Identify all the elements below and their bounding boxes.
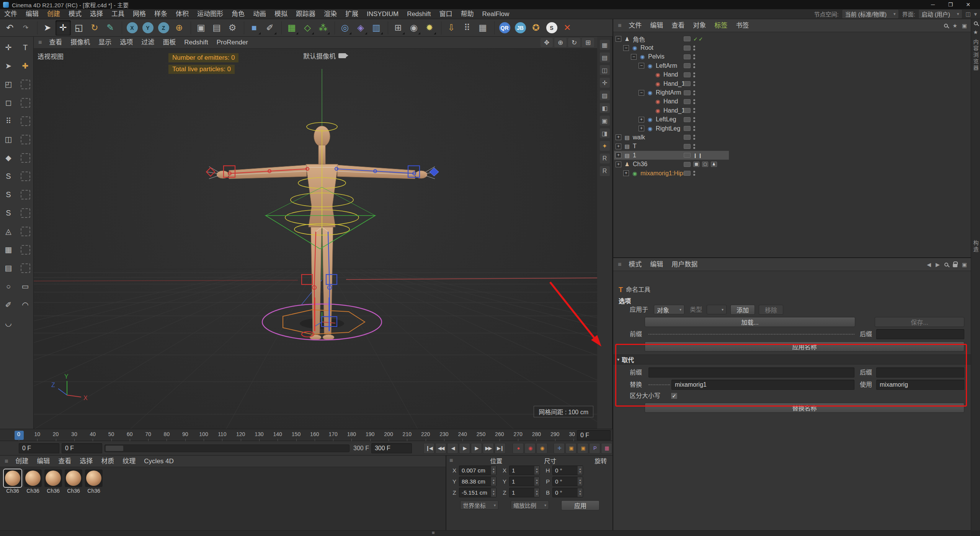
menubar-item-选择[interactable]: 选择 — [86, 9, 107, 19]
menubar-item-渲染[interactable]: 渲染 — [320, 9, 341, 19]
tree-item-角色[interactable]: −♟角色✓✓ — [613, 34, 971, 43]
tree-item-Ch36[interactable]: +♟Ch36▩▢♟ — [613, 160, 971, 168]
render-picture-button[interactable]: ▤ — [209, 20, 224, 36]
apply-name-button[interactable]: 应用名称 — [645, 342, 964, 351]
tree-expander[interactable]: − — [616, 36, 621, 42]
palette-icon-10[interactable]: R — [600, 166, 610, 176]
left-tool-icon[interactable]: S — [1, 205, 16, 221]
visibility-dots[interactable] — [693, 81, 695, 86]
visibility-dots[interactable] — [693, 54, 695, 59]
tree-item-Hand[interactable]: ◉Hand — [613, 70, 971, 79]
menubar-item-体积[interactable]: 体积 — [172, 9, 193, 19]
menubar-item-帮助[interactable]: 帮助 — [457, 9, 478, 19]
texture-tag-icon[interactable]: ▢ — [702, 162, 708, 167]
layout-list-icon[interactable]: ▾ — [974, 11, 977, 18]
menubar-item-角色[interactable]: 角色 — [227, 9, 249, 19]
key-scale-toggle[interactable]: ▣ — [565, 443, 577, 454]
navigator-plugin-button[interactable]: ✪ — [528, 20, 544, 36]
palette-icon-3[interactable]: ✛ — [600, 78, 610, 88]
save-button[interactable]: 保存... — [875, 317, 964, 327]
play-button[interactable]: ▶ — [459, 443, 470, 454]
menubar-item-模式[interactable]: 模式 — [64, 9, 86, 19]
left-tool-icon[interactable]: ✚ — [18, 58, 33, 74]
value-spinner[interactable] — [534, 488, 539, 497]
bake-button[interactable]: ⇩ — [444, 20, 459, 36]
coordinate-input-旋转-H[interactable]: 0 ° — [552, 466, 583, 475]
left-tool-icon[interactable] — [18, 77, 33, 92]
panel-split-icon[interactable]: ▣ — [962, 261, 967, 268]
redo-button[interactable]: ↷ — [18, 20, 33, 36]
spline-pen-button[interactable]: ✐ — [262, 20, 278, 36]
left-tool-icon[interactable] — [18, 168, 33, 184]
light-button[interactable]: ✹ — [422, 20, 437, 36]
deformer-button[interactable]: ▥ — [369, 20, 384, 36]
material-menu-Cycles 4D[interactable]: Cycles 4D — [140, 456, 178, 466]
tree-expander[interactable]: − — [631, 54, 637, 60]
bookmark-star-icon[interactable]: ★ — [952, 23, 957, 29]
viewport-menu-面板[interactable]: 面板 — [158, 38, 180, 47]
primitive-cube-button[interactable]: ■ — [247, 20, 262, 36]
tree-item-1[interactable]: +▤1❙❙ — [613, 151, 971, 160]
value-spinner[interactable] — [491, 488, 496, 497]
qr-plugin-button[interactable]: QR — [497, 20, 512, 36]
left-tool-icon[interactable]: ⠿ — [1, 113, 16, 129]
search-icon[interactable] — [944, 24, 948, 28]
coordinate-system-dropdown[interactable]: 世界坐标 — [460, 500, 498, 510]
suffix-field[interactable] — [876, 329, 964, 339]
palette-icon-6[interactable]: ▣ — [600, 116, 610, 126]
key-rotation-toggle[interactable]: ▣ — [577, 443, 588, 454]
goto-start-button[interactable]: ❙◀ — [423, 443, 434, 454]
object-menu-文件[interactable]: 文件 — [624, 21, 646, 31]
apply-to-dropdown[interactable]: 对象 — [654, 305, 684, 314]
menubar-item-跟踪器[interactable]: 跟踪器 — [292, 9, 320, 19]
node-space-dropdown[interactable]: 当前 (标准/物理) — [842, 9, 899, 19]
attribute-menu-模式[interactable]: 模式 — [624, 260, 646, 270]
left-tool-icon[interactable]: ◻ — [1, 95, 16, 110]
left-tool-icon[interactable]: ◠ — [18, 297, 33, 312]
jb-plugin-button[interactable]: JB — [513, 20, 528, 36]
visibility-dots[interactable] — [693, 99, 695, 104]
tree-item-Root[interactable]: −◉Root — [613, 43, 971, 52]
menubar-item-网格[interactable]: 网格 — [129, 9, 150, 19]
attribute-search-icon[interactable] — [944, 263, 948, 266]
texture-tag-icon[interactable]: ▩ — [693, 162, 699, 167]
lock-z-button[interactable]: Z — [156, 20, 171, 36]
tree-expander[interactable]: + — [616, 134, 621, 140]
menubar-item-运动图形[interactable]: 运动图形 — [193, 9, 227, 19]
tree-item-Hand[interactable]: ◉Hand — [613, 97, 971, 106]
object-menu-编辑[interactable]: 编辑 — [646, 21, 667, 31]
move-tool-button[interactable]: ✛ — [56, 20, 71, 36]
layer-tag[interactable] — [684, 126, 691, 131]
material-menu-编辑[interactable]: 编辑 — [33, 456, 54, 466]
coordinate-input-旋转-P[interactable]: 0 ° — [552, 477, 583, 486]
palette-icon-4[interactable]: ▨ — [600, 90, 610, 100]
coord-system-button[interactable]: ⊕ — [172, 20, 187, 36]
object-menu-标签[interactable]: 标签 — [710, 21, 732, 31]
tree-expander[interactable]: − — [639, 63, 644, 69]
tree-item-mixamorig1:Hips[interactable]: +◉mixamorig1:Hips — [613, 169, 971, 178]
history-back-icon[interactable]: ◀ — [927, 261, 931, 268]
volume-button[interactable]: ◈ — [353, 20, 368, 36]
palette-icon-5[interactable]: ◧ — [600, 103, 610, 113]
prev-frame-button[interactable]: ◀ — [447, 443, 458, 454]
visibility-dots[interactable] — [693, 171, 695, 176]
palette-icon-1[interactable]: ▤ — [600, 52, 610, 62]
rotate-tool-button[interactable]: ↻ — [87, 20, 102, 36]
tree-item-LeftArm[interactable]: −◉LeftArm — [613, 61, 971, 70]
tree-item-Hand_1[interactable]: ◉Hand_1 — [613, 79, 971, 88]
value-spinner[interactable] — [577, 477, 583, 486]
viewport-menu-ProRender[interactable]: ProRender — [212, 38, 252, 47]
ruler-end-field[interactable]: 0 F — [577, 430, 611, 440]
dock-search-icon[interactable] — [974, 21, 978, 25]
replace-name-button[interactable]: 替换名称 — [645, 403, 964, 413]
pan-view-icon[interactable]: ✥ — [541, 38, 553, 47]
extrude-button[interactable]: ◇ — [300, 20, 315, 36]
tree-expander[interactable]: − — [623, 45, 629, 51]
current-frame-field[interactable]: 0 F — [19, 443, 59, 453]
tree-expander[interactable]: + — [616, 162, 621, 167]
menubar-item-窗口[interactable]: 窗口 — [435, 9, 457, 19]
tree-item-T[interactable]: +▤T — [613, 142, 971, 151]
value-spinner[interactable] — [491, 477, 496, 486]
left-tool-icon[interactable]: ◡ — [1, 315, 16, 331]
value-spinner[interactable] — [577, 466, 583, 475]
